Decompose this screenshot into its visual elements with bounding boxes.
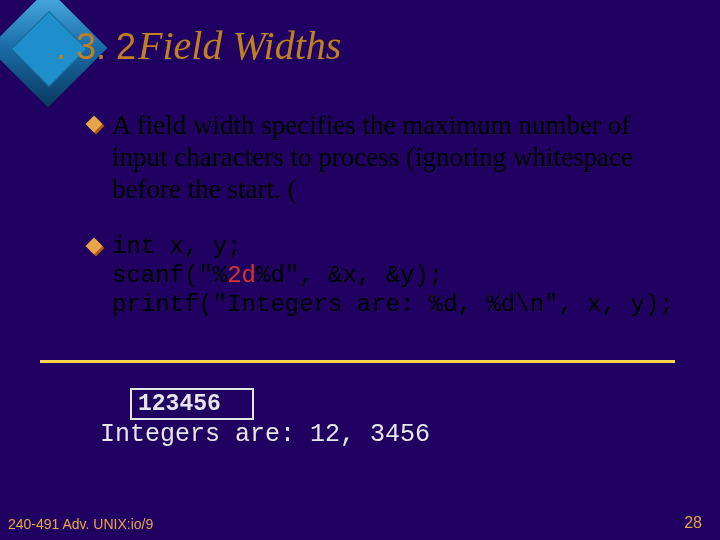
- example-input-box: 123456: [130, 388, 254, 420]
- example-output-text: Integers are: 12, 3456: [100, 420, 430, 449]
- divider-line: [40, 360, 675, 363]
- bullet-1: A field width specifies the maximum numb…: [88, 110, 690, 206]
- code-block: int x, y; scanf("%2d%d", &x, &y); printf…: [112, 232, 674, 320]
- footer-course-tag: 240-491 Adv. UNIX:io/9: [8, 516, 153, 532]
- diamond-bullet-icon: [88, 240, 104, 256]
- diamond-bullet-icon: [88, 118, 104, 134]
- section-number: . 3. 2: [56, 26, 136, 67]
- slide-title: . 3. 2Field Widths: [56, 22, 341, 69]
- slide-body: A field width specifies the maximum numb…: [88, 110, 690, 345]
- bullet-2: int x, y; scanf("%2d%d", &x, &y); printf…: [88, 232, 690, 320]
- highlight-format: 2d: [227, 262, 256, 289]
- slide-number: 28: [684, 514, 702, 532]
- title-text: Field Widths: [138, 23, 341, 68]
- bullet-1-text: A field width specifies the maximum numb…: [112, 110, 690, 206]
